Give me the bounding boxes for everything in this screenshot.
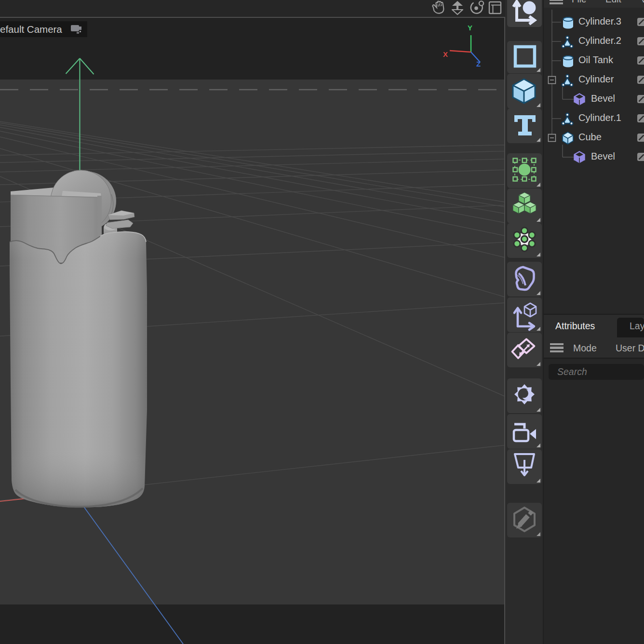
svg-text:Y: Y bbox=[468, 24, 472, 32]
svg-text:Z: Z bbox=[476, 60, 481, 68]
svg-text:X: X bbox=[443, 50, 448, 58]
